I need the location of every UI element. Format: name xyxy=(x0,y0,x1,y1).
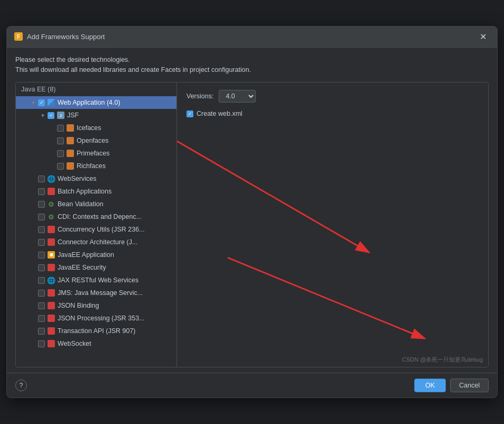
tree-item-concurrency[interactable]: Concurrency Utils (JSR 236... xyxy=(16,223,176,236)
tree-item-cdi[interactable]: ⚙ CDI: Contexts and Depenc... xyxy=(16,210,176,223)
checkbox-icefaces[interactable] xyxy=(57,125,64,132)
sec-label: JavaEE Security xyxy=(58,264,106,271)
tree-item-jsf[interactable]: ▼ J JSF xyxy=(16,109,176,122)
checkbox-conn[interactable] xyxy=(38,239,45,246)
tree-item-webservices[interactable]: 🌐 WebServices xyxy=(16,172,176,185)
javaee-label: JavaEE Application xyxy=(58,251,114,259)
desc-line1: Please select the desired technologies. xyxy=(15,55,489,65)
description: Please select the desired technologies. … xyxy=(15,55,489,75)
conc-label: Concurrency Utils (JSR 236... xyxy=(58,226,145,233)
tree-item-json-processing[interactable]: JSON Processing (JSR 353... xyxy=(16,312,176,325)
annotation-arrows xyxy=(177,82,488,367)
wbs-icon xyxy=(47,339,55,348)
tree-item-richfaces[interactable]: Richfaces xyxy=(16,160,176,172)
ok-button[interactable]: OK xyxy=(414,379,446,392)
main-area: Java EE (8) ▼ Web Application (4.0) ▼ J … xyxy=(15,82,489,367)
openfaces-label: Openfaces xyxy=(77,137,108,144)
help-button[interactable]: ? xyxy=(15,380,27,391)
right-panel: Versions: 4.0 3.1 3.0 2.5 Create web.xml xyxy=(177,82,488,367)
tree-item-primefaces[interactable]: Primefaces xyxy=(16,147,176,160)
tree-section-header: Java EE (8) xyxy=(16,82,176,96)
jsonp-icon xyxy=(47,314,55,322)
jsf-label: JSF xyxy=(67,112,79,119)
checkbox-sec[interactable] xyxy=(38,264,45,271)
tx-icon xyxy=(47,327,55,335)
title-bar-left: F Add Frameworks Support xyxy=(14,32,105,41)
batch-label: Batch Applications xyxy=(58,188,111,195)
watermark: CSDN @杀死一只知更鸟debug xyxy=(402,356,483,364)
web-label: Web Application (4.0) xyxy=(58,99,120,106)
primefaces-icon xyxy=(66,149,74,158)
primefaces-label: Primefaces xyxy=(77,150,110,157)
bv-label: Bean Validation xyxy=(58,200,104,208)
icefaces-label: Icefaces xyxy=(77,124,101,132)
tree-item-bean-validation[interactable]: ⚙ Bean Validation xyxy=(16,198,176,210)
checkbox-primefaces[interactable] xyxy=(57,150,64,157)
richfaces-label: Richfaces xyxy=(77,162,106,170)
create-xml-label: Create web.xml xyxy=(197,110,242,117)
bottom-buttons: OK Cancel xyxy=(414,379,489,392)
add-frameworks-dialog: F Add Frameworks Support ✕ Please select… xyxy=(6,26,498,399)
checkbox-create-xml[interactable] xyxy=(186,110,193,117)
checkbox-web[interactable] xyxy=(38,99,45,106)
dialog-icon: F xyxy=(14,32,23,41)
jms-icon xyxy=(47,289,55,297)
checkbox-javaee[interactable] xyxy=(38,252,45,259)
tree-item-icefaces[interactable]: Icefaces xyxy=(16,122,176,134)
cdi-label: CDI: Contexts and Depenc... xyxy=(58,213,142,220)
checkbox-jsonp[interactable] xyxy=(38,315,45,322)
jsonb-icon xyxy=(47,301,55,310)
version-select[interactable]: 4.0 3.1 3.0 2.5 xyxy=(219,90,256,103)
wbs-label: WebSocket xyxy=(58,340,91,347)
svg-line-2 xyxy=(228,258,425,339)
checkbox-jsonb[interactable] xyxy=(38,302,45,309)
checkbox-conc[interactable] xyxy=(38,226,45,233)
tree-item-jms[interactable]: JMS: Java Message Servic... xyxy=(16,287,176,299)
cancel-button[interactable]: Cancel xyxy=(450,379,489,392)
checkbox-richfaces[interactable] xyxy=(57,163,64,170)
ws-label: WebServices xyxy=(58,175,96,182)
tree-item-javaee-security[interactable]: JavaEE Security xyxy=(16,261,176,274)
javaee-icon: ▦ xyxy=(47,251,55,259)
dialog-content: Please select the desired technologies. … xyxy=(7,48,497,373)
jsonp-label: JSON Processing (JSR 353... xyxy=(58,315,145,322)
expand-jsf: ▼ xyxy=(40,113,45,118)
tree-item-connector[interactable]: Connector Architecture (J... xyxy=(16,236,176,248)
icefaces-icon xyxy=(66,124,74,132)
title-bar: F Add Frameworks Support ✕ xyxy=(7,26,497,48)
tree-item-json-binding[interactable]: JSON Binding xyxy=(16,299,176,312)
tree-item-transaction[interactable]: Transaction API (JSR 907) xyxy=(16,325,176,337)
tree-item-javaee-app[interactable]: ▦ JavaEE Application xyxy=(16,248,176,261)
conn-label: Connector Architecture (J... xyxy=(58,238,137,246)
checkbox-wbs[interactable] xyxy=(38,340,45,347)
cdi-icon: ⚙ xyxy=(47,213,55,221)
conn-icon xyxy=(47,238,55,246)
jsf-icon: J xyxy=(57,111,65,119)
bv-icon: ⚙ xyxy=(47,200,55,208)
conc-icon xyxy=(47,225,55,234)
checkbox-jms[interactable] xyxy=(38,290,45,297)
checkbox-cdi[interactable] xyxy=(38,214,45,220)
arrows-svg xyxy=(177,82,488,367)
checkbox-batch[interactable] xyxy=(38,188,45,195)
expand-web: ▼ xyxy=(31,100,36,106)
close-button[interactable]: ✕ xyxy=(477,31,490,43)
checkbox-tx[interactable] xyxy=(38,328,45,335)
tree-item-batch[interactable]: Batch Applications xyxy=(16,185,176,198)
tree-item-jax-restful[interactable]: 🌐 JAX RESTful Web Services xyxy=(16,274,176,287)
tree-item-websocket[interactable]: WebSocket xyxy=(16,337,176,350)
tree-item-web-application[interactable]: ▼ Web Application (4.0) xyxy=(16,96,176,109)
tree-item-openfaces[interactable]: Openfaces xyxy=(16,134,176,147)
checkbox-ws[interactable] xyxy=(38,176,45,182)
ws-icon: 🌐 xyxy=(47,174,55,183)
checkbox-jax[interactable] xyxy=(38,277,45,284)
section-label: Java EE (8) xyxy=(21,86,55,93)
tx-label: Transaction API (JSR 907) xyxy=(58,327,136,335)
web-icon xyxy=(47,98,55,107)
checkbox-openfaces[interactable] xyxy=(57,137,64,144)
checkbox-bv[interactable] xyxy=(38,201,45,208)
sec-icon xyxy=(47,263,55,272)
svg-line-1 xyxy=(177,141,369,253)
batch-icon xyxy=(47,187,55,196)
checkbox-jsf[interactable] xyxy=(48,112,54,119)
